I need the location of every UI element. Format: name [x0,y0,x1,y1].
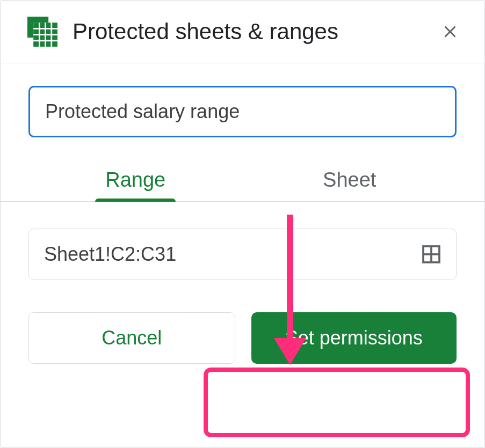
tab-range[interactable]: Range [28,163,243,201]
protected-ranges-panel: Protected sheets & ranges Range Sheet [0,0,485,448]
panel-body: Range Sheet Cancel Set permissions [1,63,484,385]
panel-header: Protected sheets & ranges [1,1,484,63]
close-icon [440,22,460,41]
panel-title: Protected sheets & ranges [73,17,422,47]
tabs: Range Sheet [1,163,484,202]
range-input[interactable] [44,243,419,266]
select-range-button[interactable] [419,243,443,266]
set-permissions-button[interactable]: Set permissions [251,312,457,364]
description-input[interactable] [28,86,457,137]
grid-icon [421,244,442,265]
tab-sheet[interactable]: Sheet [243,163,457,201]
sheets-icon [27,17,57,47]
button-row: Cancel Set permissions [28,312,457,364]
cancel-button[interactable]: Cancel [28,312,235,364]
range-row [28,229,457,280]
close-button[interactable] [437,19,463,45]
